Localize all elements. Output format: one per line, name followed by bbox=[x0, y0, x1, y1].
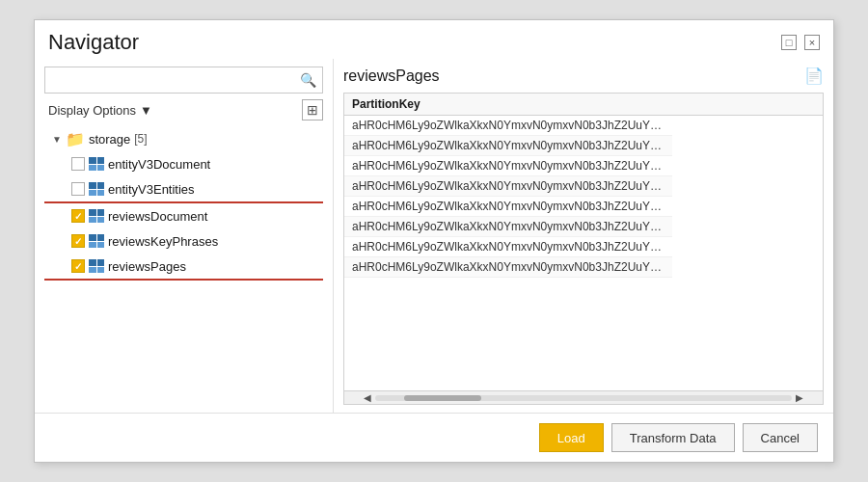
display-options-row: Display Options ▼ ⊞ bbox=[44, 99, 323, 120]
restore-button[interactable]: □ bbox=[781, 35, 797, 50]
close-button[interactable]: × bbox=[804, 35, 820, 50]
tree-item-root[interactable]: ▼ 📁 storage [5] bbox=[44, 126, 323, 151]
horizontal-scrollbar[interactable]: ◀ ▶ bbox=[344, 390, 823, 404]
tree-area: ▼ 📁 storage [5] entityV3Document bbox=[44, 126, 323, 405]
table-icon bbox=[89, 234, 104, 248]
table-row: aHR0cHM6Ly9oZWlkaXkxN0YmxvN0ymxvN0b3JhZ2… bbox=[344, 176, 672, 197]
tree-item-reviewsDocument[interactable]: ✓ reviewsDocument bbox=[44, 203, 323, 228]
dialog-title: Navigator bbox=[48, 30, 139, 55]
tree-item-reviewsPages[interactable]: ✓ reviewsPages bbox=[44, 254, 323, 279]
table-body[interactable]: aHR0cHM6Ly9oZWlkaXkxN0YmxvN0ymxvN0b3JhZ2… bbox=[344, 116, 823, 390]
item-label-reviewsKeyPhrases: reviewsKeyPhrases bbox=[108, 234, 218, 249]
tree-item-reviewsKeyPhrases[interactable]: ✓ reviewsKeyPhrases bbox=[44, 228, 323, 254]
search-icon: 🔍 bbox=[300, 72, 316, 88]
search-input[interactable] bbox=[51, 73, 300, 88]
table-icon bbox=[89, 209, 104, 223]
search-box: 🔍 bbox=[44, 67, 323, 94]
data-table: PartitionKey aHR0cHM6Ly9oZWlkaXkxN0YmxvN… bbox=[343, 93, 824, 405]
folder-icon: 📁 bbox=[66, 130, 85, 148]
preview-header: reviewsPages 📄 bbox=[343, 67, 824, 85]
item-label-entityV3Entities: entityV3Entities bbox=[108, 182, 195, 197]
item-label-reviewsDocument: reviewsDocument bbox=[108, 209, 207, 224]
column-header: PartitionKey bbox=[344, 94, 823, 116]
checkbox-reviewsDocument[interactable]: ✓ bbox=[71, 209, 85, 223]
tree-item-entityV3Document[interactable]: entityV3Document bbox=[44, 151, 323, 176]
table-row: aHR0cHM6Ly9oZWlkaXkxN0YmxvN0ymxvN0b3JhZ2… bbox=[344, 156, 672, 176]
table-row: aHR0cHM6Ly9oZWlkaXkxN0YmxvN0ymxvN0b3JhZ2… bbox=[344, 217, 672, 237]
scroll-right-button[interactable]: ▶ bbox=[796, 392, 803, 403]
multiselect-button[interactable]: ⊞ bbox=[302, 99, 323, 120]
display-options-button[interactable]: Display Options ▼ bbox=[44, 101, 156, 120]
table-row: aHR0cHM6Ly9oZWlkaXkxN0YmxvN0ymxvN0b3JhZ2… bbox=[344, 136, 672, 156]
display-options-label: Display Options bbox=[48, 103, 136, 118]
window-controls: □ × bbox=[781, 35, 820, 50]
table-row: aHR0cHM6Ly9oZWlkaXkxN0YmxvN0ymxvN0b3JhZ2… bbox=[344, 197, 672, 217]
main-content: 🔍 Display Options ▼ ⊞ ▼ 📁 storage [5] bbox=[35, 59, 833, 413]
root-count: [5] bbox=[134, 132, 147, 146]
table-row: aHR0cHM6Ly9oZWlkaXkxN0YmxvN0ymxvN0b3JhZ2… bbox=[344, 237, 672, 257]
title-bar: Navigator □ × bbox=[35, 20, 833, 59]
item-label-reviewsPages: reviewsPages bbox=[108, 259, 186, 274]
table-icon bbox=[89, 259, 104, 273]
checkbox-entityV3Entities[interactable] bbox=[71, 182, 85, 196]
load-button[interactable]: Load bbox=[539, 423, 604, 452]
checkbox-reviewsPages[interactable]: ✓ bbox=[71, 259, 85, 273]
preview-refresh-icon[interactable]: 📄 bbox=[804, 67, 824, 85]
cancel-button[interactable]: Cancel bbox=[743, 423, 818, 452]
chevron-down-icon: ▼ bbox=[52, 134, 62, 145]
chevron-down-icon: ▼ bbox=[140, 103, 152, 118]
table-icon bbox=[89, 182, 104, 196]
preview-title: reviewsPages bbox=[343, 67, 440, 85]
table-row: aHR0cHM6Ly9oZWlkaXkxN0YmxvN0ymxvN0b3JhZ2… bbox=[344, 257, 672, 278]
scroll-thumb[interactable] bbox=[404, 395, 481, 401]
table-icon bbox=[89, 157, 104, 171]
right-panel: reviewsPages 📄 PartitionKey aHR0cHM6Ly9o… bbox=[334, 59, 833, 413]
transform-data-button[interactable]: Transform Data bbox=[611, 423, 735, 452]
item-label-entityV3Document: entityV3Document bbox=[108, 157, 210, 172]
left-panel: 🔍 Display Options ▼ ⊞ ▼ 📁 storage [5] bbox=[35, 59, 334, 413]
footer: Load Transform Data Cancel bbox=[35, 413, 833, 462]
table-row: aHR0cHM6Ly9oZWlkaXkxN0YmxvN0ymxvN0b3JhZ2… bbox=[344, 116, 672, 136]
checkbox-reviewsKeyPhrases[interactable]: ✓ bbox=[71, 234, 85, 248]
tree-item-entityV3Entities[interactable]: entityV3Entities bbox=[44, 176, 323, 201]
scroll-left-button[interactable]: ◀ bbox=[364, 392, 371, 403]
navigator-dialog: Navigator □ × 🔍 Display Options ▼ ⊞ bbox=[34, 19, 834, 463]
checkbox-entityV3Document[interactable] bbox=[71, 157, 85, 171]
scroll-track[interactable] bbox=[375, 395, 792, 401]
root-label: storage bbox=[89, 132, 130, 147]
